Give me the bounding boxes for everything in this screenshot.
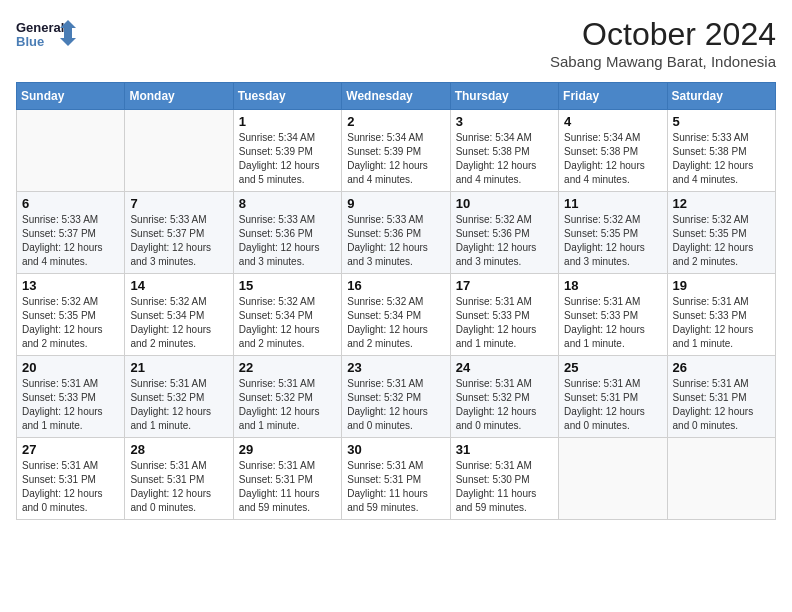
- day-info: Sunrise: 5:31 AM Sunset: 5:30 PM Dayligh…: [456, 459, 553, 515]
- day-info: Sunrise: 5:31 AM Sunset: 5:33 PM Dayligh…: [456, 295, 553, 351]
- day-info: Sunrise: 5:32 AM Sunset: 5:35 PM Dayligh…: [673, 213, 770, 269]
- calendar-cell: 5Sunrise: 5:33 AM Sunset: 5:38 PM Daylig…: [667, 110, 775, 192]
- calendar-cell: 9Sunrise: 5:33 AM Sunset: 5:36 PM Daylig…: [342, 192, 450, 274]
- location-subtitle: Sabang Mawang Barat, Indonesia: [550, 53, 776, 70]
- day-info: Sunrise: 5:31 AM Sunset: 5:33 PM Dayligh…: [673, 295, 770, 351]
- day-number: 1: [239, 114, 336, 129]
- calendar-week-row: 13Sunrise: 5:32 AM Sunset: 5:35 PM Dayli…: [17, 274, 776, 356]
- day-info: Sunrise: 5:31 AM Sunset: 5:32 PM Dayligh…: [456, 377, 553, 433]
- day-info: Sunrise: 5:32 AM Sunset: 5:35 PM Dayligh…: [564, 213, 661, 269]
- day-number: 8: [239, 196, 336, 211]
- day-number: 22: [239, 360, 336, 375]
- page-header: General Blue October 2024 Sabang Mawang …: [16, 16, 776, 70]
- calendar-header-row: SundayMondayTuesdayWednesdayThursdayFrid…: [17, 83, 776, 110]
- calendar-cell: 13Sunrise: 5:32 AM Sunset: 5:35 PM Dayli…: [17, 274, 125, 356]
- month-title: October 2024: [550, 16, 776, 53]
- day-info: Sunrise: 5:31 AM Sunset: 5:31 PM Dayligh…: [347, 459, 444, 515]
- calendar-cell: 29Sunrise: 5:31 AM Sunset: 5:31 PM Dayli…: [233, 438, 341, 520]
- calendar-week-row: 1Sunrise: 5:34 AM Sunset: 5:39 PM Daylig…: [17, 110, 776, 192]
- day-number: 29: [239, 442, 336, 457]
- calendar-cell: 17Sunrise: 5:31 AM Sunset: 5:33 PM Dayli…: [450, 274, 558, 356]
- day-info: Sunrise: 5:31 AM Sunset: 5:31 PM Dayligh…: [130, 459, 227, 515]
- calendar-cell: [17, 110, 125, 192]
- day-number: 30: [347, 442, 444, 457]
- calendar-cell: 10Sunrise: 5:32 AM Sunset: 5:36 PM Dayli…: [450, 192, 558, 274]
- day-of-week-header: Monday: [125, 83, 233, 110]
- day-info: Sunrise: 5:33 AM Sunset: 5:36 PM Dayligh…: [347, 213, 444, 269]
- calendar-cell: 26Sunrise: 5:31 AM Sunset: 5:31 PM Dayli…: [667, 356, 775, 438]
- day-of-week-header: Saturday: [667, 83, 775, 110]
- logo: General Blue: [16, 16, 76, 56]
- calendar-cell: [559, 438, 667, 520]
- calendar-cell: [125, 110, 233, 192]
- svg-text:General: General: [16, 20, 64, 35]
- svg-text:Blue: Blue: [16, 34, 44, 49]
- day-of-week-header: Friday: [559, 83, 667, 110]
- day-number: 26: [673, 360, 770, 375]
- calendar-cell: 3Sunrise: 5:34 AM Sunset: 5:38 PM Daylig…: [450, 110, 558, 192]
- calendar-cell: 15Sunrise: 5:32 AM Sunset: 5:34 PM Dayli…: [233, 274, 341, 356]
- calendar-cell: 20Sunrise: 5:31 AM Sunset: 5:33 PM Dayli…: [17, 356, 125, 438]
- calendar-week-row: 6Sunrise: 5:33 AM Sunset: 5:37 PM Daylig…: [17, 192, 776, 274]
- day-of-week-header: Sunday: [17, 83, 125, 110]
- day-info: Sunrise: 5:31 AM Sunset: 5:32 PM Dayligh…: [130, 377, 227, 433]
- calendar-cell: 1Sunrise: 5:34 AM Sunset: 5:39 PM Daylig…: [233, 110, 341, 192]
- day-info: Sunrise: 5:34 AM Sunset: 5:39 PM Dayligh…: [239, 131, 336, 187]
- calendar-cell: 23Sunrise: 5:31 AM Sunset: 5:32 PM Dayli…: [342, 356, 450, 438]
- calendar-week-row: 20Sunrise: 5:31 AM Sunset: 5:33 PM Dayli…: [17, 356, 776, 438]
- day-number: 4: [564, 114, 661, 129]
- calendar-cell: 4Sunrise: 5:34 AM Sunset: 5:38 PM Daylig…: [559, 110, 667, 192]
- calendar-cell: 22Sunrise: 5:31 AM Sunset: 5:32 PM Dayli…: [233, 356, 341, 438]
- day-number: 2: [347, 114, 444, 129]
- day-info: Sunrise: 5:31 AM Sunset: 5:32 PM Dayligh…: [347, 377, 444, 433]
- day-number: 18: [564, 278, 661, 293]
- day-of-week-header: Wednesday: [342, 83, 450, 110]
- calendar-cell: 11Sunrise: 5:32 AM Sunset: 5:35 PM Dayli…: [559, 192, 667, 274]
- day-number: 6: [22, 196, 119, 211]
- calendar-cell: 18Sunrise: 5:31 AM Sunset: 5:33 PM Dayli…: [559, 274, 667, 356]
- calendar-cell: 28Sunrise: 5:31 AM Sunset: 5:31 PM Dayli…: [125, 438, 233, 520]
- day-number: 23: [347, 360, 444, 375]
- calendar-cell: 21Sunrise: 5:31 AM Sunset: 5:32 PM Dayli…: [125, 356, 233, 438]
- day-info: Sunrise: 5:32 AM Sunset: 5:35 PM Dayligh…: [22, 295, 119, 351]
- day-number: 20: [22, 360, 119, 375]
- day-number: 15: [239, 278, 336, 293]
- day-number: 25: [564, 360, 661, 375]
- calendar-week-row: 27Sunrise: 5:31 AM Sunset: 5:31 PM Dayli…: [17, 438, 776, 520]
- day-info: Sunrise: 5:34 AM Sunset: 5:38 PM Dayligh…: [456, 131, 553, 187]
- day-info: Sunrise: 5:34 AM Sunset: 5:38 PM Dayligh…: [564, 131, 661, 187]
- day-info: Sunrise: 5:32 AM Sunset: 5:34 PM Dayligh…: [239, 295, 336, 351]
- day-number: 12: [673, 196, 770, 211]
- calendar-cell: 30Sunrise: 5:31 AM Sunset: 5:31 PM Dayli…: [342, 438, 450, 520]
- logo-svg: General Blue: [16, 16, 76, 56]
- day-number: 13: [22, 278, 119, 293]
- calendar-cell: 2Sunrise: 5:34 AM Sunset: 5:39 PM Daylig…: [342, 110, 450, 192]
- day-info: Sunrise: 5:33 AM Sunset: 5:37 PM Dayligh…: [130, 213, 227, 269]
- day-number: 19: [673, 278, 770, 293]
- calendar-cell: 16Sunrise: 5:32 AM Sunset: 5:34 PM Dayli…: [342, 274, 450, 356]
- day-info: Sunrise: 5:31 AM Sunset: 5:33 PM Dayligh…: [22, 377, 119, 433]
- calendar-cell: 27Sunrise: 5:31 AM Sunset: 5:31 PM Dayli…: [17, 438, 125, 520]
- title-area: October 2024 Sabang Mawang Barat, Indone…: [550, 16, 776, 70]
- day-info: Sunrise: 5:31 AM Sunset: 5:31 PM Dayligh…: [673, 377, 770, 433]
- day-number: 28: [130, 442, 227, 457]
- day-number: 31: [456, 442, 553, 457]
- day-info: Sunrise: 5:32 AM Sunset: 5:34 PM Dayligh…: [347, 295, 444, 351]
- day-number: 11: [564, 196, 661, 211]
- day-info: Sunrise: 5:31 AM Sunset: 5:31 PM Dayligh…: [564, 377, 661, 433]
- day-number: 24: [456, 360, 553, 375]
- calendar-cell: 6Sunrise: 5:33 AM Sunset: 5:37 PM Daylig…: [17, 192, 125, 274]
- day-number: 14: [130, 278, 227, 293]
- day-of-week-header: Tuesday: [233, 83, 341, 110]
- day-info: Sunrise: 5:33 AM Sunset: 5:36 PM Dayligh…: [239, 213, 336, 269]
- day-info: Sunrise: 5:33 AM Sunset: 5:37 PM Dayligh…: [22, 213, 119, 269]
- day-info: Sunrise: 5:34 AM Sunset: 5:39 PM Dayligh…: [347, 131, 444, 187]
- day-number: 16: [347, 278, 444, 293]
- calendar-cell: 24Sunrise: 5:31 AM Sunset: 5:32 PM Dayli…: [450, 356, 558, 438]
- calendar-cell: 31Sunrise: 5:31 AM Sunset: 5:30 PM Dayli…: [450, 438, 558, 520]
- day-info: Sunrise: 5:32 AM Sunset: 5:34 PM Dayligh…: [130, 295, 227, 351]
- calendar-cell: 25Sunrise: 5:31 AM Sunset: 5:31 PM Dayli…: [559, 356, 667, 438]
- day-info: Sunrise: 5:33 AM Sunset: 5:38 PM Dayligh…: [673, 131, 770, 187]
- calendar-cell: 7Sunrise: 5:33 AM Sunset: 5:37 PM Daylig…: [125, 192, 233, 274]
- day-info: Sunrise: 5:31 AM Sunset: 5:31 PM Dayligh…: [22, 459, 119, 515]
